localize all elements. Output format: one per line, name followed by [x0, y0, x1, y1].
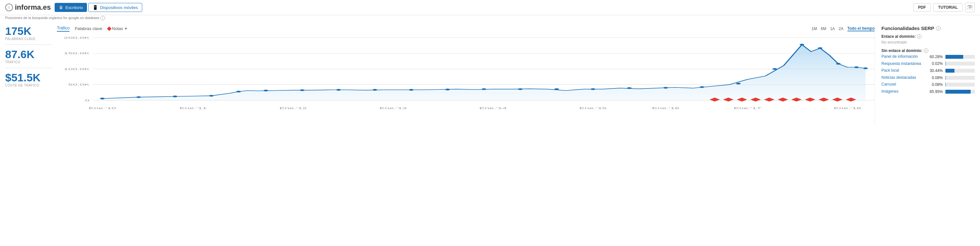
settings-button[interactable]	[965, 3, 975, 12]
stat-palabras-clave: 175K PALABRAS CLAVE	[5, 25, 52, 45]
svg-point-20	[409, 89, 414, 91]
chart-svg: 200.0K 150.0K 100.0K 50.0K 0	[57, 34, 875, 125]
serp-item-pct: 60.28%	[926, 54, 943, 59]
svg-point-25	[591, 88, 595, 90]
time-btn-1a[interactable]: 1A	[830, 27, 835, 31]
chart-tab-trafico[interactable]: Tráfico	[57, 25, 70, 32]
logo-icon: i	[5, 3, 13, 11]
stats-panel: 175K PALABRAS CLAVE 87.6K TRÁFICO $51.5K…	[5, 25, 57, 125]
serp-item-pct: 0.08%	[926, 76, 943, 80]
serp-enlace-title: Enlace al dominio: i	[881, 34, 975, 39]
mobile-icon: 📱	[92, 5, 98, 10]
chart-container: 200.0K 150.0K 100.0K 50.0K 0	[57, 34, 875, 125]
time-btn-6m[interactable]: 6M	[821, 27, 826, 31]
logo: i informa.es	[5, 3, 51, 12]
svg-point-30	[773, 68, 777, 70]
svg-point-31	[800, 44, 804, 46]
svg-point-24	[554, 88, 559, 90]
svg-point-17	[300, 89, 304, 91]
header-right: PDF TUTORIAL	[913, 3, 975, 12]
serp-item-name[interactable]: Imágenes	[881, 89, 923, 94]
serp-item-name[interactable]: Pack local	[881, 68, 923, 73]
serp-sin-enlace-title: Sin enlace al dominio: i	[881, 48, 975, 53]
svg-point-28	[700, 86, 704, 88]
main-content: 175K PALABRAS CLAVE 87.6K TRÁFICO $51.5K…	[0, 22, 980, 129]
svg-point-22	[482, 88, 486, 90]
serp-info-icon[interactable]: i	[936, 26, 940, 31]
header-left: i informa.es 🖥 Escritorio 📱 Dispositivos…	[5, 3, 142, 12]
serp-item-name[interactable]: Noticias destacadas	[881, 75, 923, 80]
stat-coste: $51.5K COSTE DE TRÁFICO	[5, 72, 52, 91]
serp-item-pct: 30.44%	[926, 68, 943, 73]
svg-point-32	[818, 47, 822, 49]
tab-escritorio-label: Escritorio	[65, 5, 83, 10]
time-filters: 1M 6M 1A 2A Todo el tiempo	[811, 26, 875, 31]
serp-row: Respuesta instantánea 0.02%	[881, 61, 975, 67]
pdf-button[interactable]: PDF	[913, 3, 931, 12]
svg-text:Ene.'16: Ene.'16	[652, 106, 679, 110]
svg-point-23	[518, 88, 523, 90]
svg-point-18	[336, 89, 340, 91]
serp-row: Imágenes 85.95%	[881, 89, 975, 94]
sin-enlace-info-icon[interactable]: i	[924, 48, 928, 53]
stat-palabras-clave-label: PALABRAS CLAVE	[5, 37, 52, 41]
svg-text:Ene.'10: Ene.'10	[89, 106, 116, 110]
serp-bar-bg	[945, 62, 975, 65]
serp-item-pct: 0.08%	[926, 83, 943, 87]
svg-point-12	[137, 96, 141, 98]
serp-row: Pack local 30.44%	[881, 68, 975, 73]
svg-point-21	[445, 89, 450, 90]
time-btn-todo[interactable]: Todo el tiempo	[848, 26, 875, 31]
svg-text:Ene.'13: Ene.'13	[379, 106, 407, 110]
svg-point-33	[836, 63, 841, 65]
stat-trafico-label: TRÁFICO	[5, 60, 52, 64]
tutorial-button[interactable]: TUTORIAL	[934, 3, 963, 12]
svg-point-14	[209, 95, 214, 97]
svg-point-26	[627, 87, 632, 89]
serp-not-found: No encontrado	[881, 40, 975, 44]
svg-text:Ene.'14: Ene.'14	[479, 106, 507, 110]
desktop-icon: 🖥	[59, 5, 64, 10]
chart-tab-notas[interactable]: Notas ▼	[108, 26, 128, 31]
tab-dispositivos-moviles[interactable]: 📱 Dispositivos móviles	[88, 3, 142, 12]
svg-text:Ene.'11: Ene.'11	[180, 106, 207, 110]
svg-text:0: 0	[85, 98, 89, 102]
serp-bar-bg	[945, 76, 975, 80]
svg-text:200.0K: 200.0K	[64, 36, 89, 40]
serp-item-name[interactable]: Respuesta instantánea	[881, 61, 923, 67]
serp-bar	[945, 55, 963, 59]
serp-bar-bg	[945, 55, 975, 59]
serp-panel: Funcionalidades SERP i Enlace al dominio…	[875, 25, 975, 125]
svg-point-35	[863, 67, 868, 69]
gear-icon	[968, 5, 972, 10]
chart-panel: Tráfico Palabras clave Notas ▼ 1M 6M 1A …	[57, 25, 875, 125]
stat-coste-label: COSTE DE TRÁFICO	[5, 84, 52, 87]
svg-text:Ene.'18: Ene.'18	[834, 106, 861, 110]
serp-item-pct: 0.02%	[926, 61, 943, 66]
serp-item-name[interactable]: Carrusel	[881, 82, 923, 87]
serp-bar-bg	[945, 69, 975, 73]
subtitle-info-icon[interactable]: i	[100, 16, 105, 20]
svg-point-13	[173, 95, 177, 97]
svg-point-15	[236, 91, 241, 92]
time-btn-2a[interactable]: 2A	[839, 27, 843, 31]
tab-dispositivos-label: Dispositivos móviles	[100, 5, 138, 10]
serp-bar	[945, 90, 970, 94]
notas-diamond-icon	[107, 26, 111, 31]
svg-point-19	[373, 89, 377, 91]
serp-item-pct: 85.95%	[926, 89, 943, 94]
serp-bar	[945, 62, 946, 65]
svg-point-16	[264, 90, 268, 91]
serp-item-name[interactable]: Panel de información	[881, 54, 923, 59]
enlace-info-icon[interactable]: i	[917, 34, 921, 39]
svg-point-11	[100, 98, 105, 100]
svg-point-29	[736, 83, 740, 84]
chart-tab-palabras-clave[interactable]: Palabras clave	[75, 26, 102, 31]
stat-palabras-clave-value: 175K	[5, 25, 52, 37]
time-btn-1m[interactable]: 1M	[811, 27, 817, 31]
chart-toolbar: Tráfico Palabras clave Notas ▼ 1M 6M 1A …	[57, 25, 875, 32]
stat-trafico: 87.6K TRÁFICO	[5, 49, 52, 68]
serp-row: Noticias destacadas 0.08%	[881, 75, 975, 80]
tab-escritorio[interactable]: 🖥 Escritorio	[55, 3, 87, 12]
stat-coste-value: $51.5K	[5, 72, 52, 83]
